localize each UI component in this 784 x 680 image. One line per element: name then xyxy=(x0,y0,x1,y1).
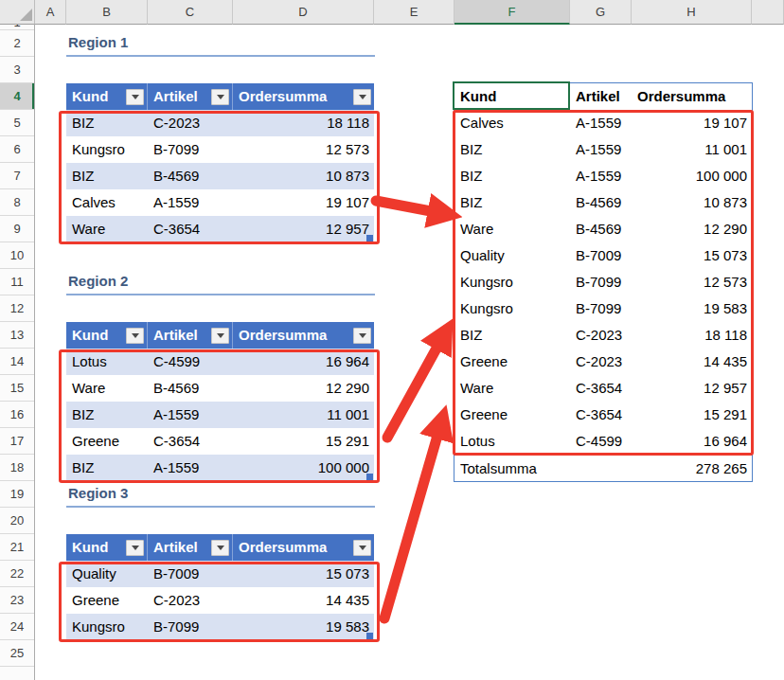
column-header-artikel[interactable]: Artikel xyxy=(148,83,233,110)
row-header-11[interactable]: 11 xyxy=(0,269,34,295)
table-cell[interactable]: BIZ xyxy=(454,189,570,216)
table-cell[interactable]: Ware xyxy=(454,216,570,242)
filter-dropdown-button[interactable] xyxy=(353,328,371,344)
table-cell[interactable]: Greene xyxy=(454,349,570,375)
column-header-artikel[interactable]: Artikel xyxy=(148,322,233,349)
row-header-25[interactable]: 25 xyxy=(0,640,34,667)
column-header-b[interactable]: B xyxy=(66,0,148,25)
column-header-g[interactable]: G xyxy=(570,0,632,25)
row-header-24[interactable]: 24 xyxy=(0,614,34,640)
row-header-4[interactable]: 4 xyxy=(0,83,34,110)
table-cell[interactable]: 11 001 xyxy=(632,136,752,163)
table-cell[interactable]: 18 118 xyxy=(632,322,752,349)
table-resize-handle[interactable] xyxy=(366,633,373,639)
table-cell[interactable]: 15 073 xyxy=(632,242,752,269)
row-header-5[interactable]: 5 xyxy=(0,110,34,136)
table-cell[interactable]: C-4599 xyxy=(148,349,233,375)
table-cell[interactable]: B-4569 xyxy=(570,216,632,242)
table-cell[interactable]: Greene xyxy=(454,402,570,428)
row-header-7[interactable]: 7 xyxy=(0,163,34,189)
column-header-e[interactable]: E xyxy=(374,0,454,25)
table-cell[interactable]: 19 107 xyxy=(632,110,752,136)
column-header-h[interactable]: H xyxy=(632,0,752,25)
table-cell[interactable]: 12 290 xyxy=(233,375,374,402)
table-cell[interactable]: 10 873 xyxy=(632,189,752,216)
table-cell[interactable]: Ware xyxy=(66,216,148,242)
table-cell[interactable]: 18 118 xyxy=(233,110,374,136)
table-cell[interactable]: Kungsro xyxy=(66,136,148,163)
filter-dropdown-button[interactable] xyxy=(211,89,229,105)
column-header-c[interactable]: C xyxy=(148,0,233,25)
table-cell[interactable]: BIZ xyxy=(454,136,570,163)
total-value-cell[interactable]: 278 265 xyxy=(632,456,752,482)
table-cell[interactable]: 12 957 xyxy=(233,216,374,242)
table-cell[interactable]: Greene xyxy=(66,587,148,614)
table-cell[interactable]: Lotus xyxy=(454,428,570,455)
table-cell[interactable]: B-4569 xyxy=(148,163,233,189)
table-cell[interactable]: Calves xyxy=(66,189,148,216)
table-cell[interactable]: Kungsro xyxy=(66,614,148,640)
row-header-3[interactable]: 3 xyxy=(0,57,34,83)
table-cell[interactable]: 10 873 xyxy=(233,163,374,189)
table-resize-handle[interactable] xyxy=(366,474,373,480)
table-cell[interactable]: 16 964 xyxy=(233,349,374,375)
total-label-cell[interactable]: Totalsumma xyxy=(454,456,632,482)
table-cell[interactable]: B-4569 xyxy=(570,189,632,216)
row-header-16[interactable]: 16 xyxy=(0,402,34,428)
column-header-ordersumma[interactable]: Ordersumma xyxy=(632,83,752,110)
row-header-20[interactable]: 20 xyxy=(0,508,34,534)
column-header-a[interactable]: A xyxy=(35,0,66,25)
table-cell[interactable]: B-7009 xyxy=(148,561,233,587)
table-cell[interactable]: C-2023 xyxy=(148,587,233,614)
table-cell[interactable]: 14 435 xyxy=(632,349,752,375)
row-header-2[interactable]: 2 xyxy=(0,30,34,57)
table-cell[interactable]: 15 073 xyxy=(233,561,374,587)
table-cell[interactable]: Kungsro xyxy=(454,295,570,322)
table-cell[interactable]: A-1559 xyxy=(148,455,233,481)
table-cell[interactable]: Calves xyxy=(454,110,570,136)
table-cell[interactable]: Ware xyxy=(66,375,148,402)
row-header-9[interactable]: 9 xyxy=(0,216,34,242)
column-header-partial[interactable] xyxy=(752,0,784,25)
filter-dropdown-button[interactable] xyxy=(126,540,144,556)
table-cell[interactable]: A-1559 xyxy=(570,136,632,163)
region-2-title[interactable]: Region 2 xyxy=(66,269,375,295)
column-header-d[interactable]: D xyxy=(233,0,374,25)
table-cell[interactable]: C-2023 xyxy=(570,322,632,349)
table-cell[interactable]: 100 000 xyxy=(632,163,752,189)
table-cell[interactable]: 12 573 xyxy=(632,269,752,295)
table-cell[interactable]: B-7099 xyxy=(570,269,632,295)
filter-dropdown-button[interactable] xyxy=(211,540,229,556)
row-header-19[interactable]: 19 xyxy=(0,481,34,508)
table-cell[interactable]: BIZ xyxy=(66,163,148,189)
table-cell[interactable]: Kungsro xyxy=(454,269,570,295)
table-cell[interactable]: Quality xyxy=(454,242,570,269)
table-cell[interactable]: BIZ xyxy=(454,163,570,189)
row-header-18[interactable]: 18 xyxy=(0,455,34,481)
row-header-10[interactable]: 10 xyxy=(0,242,34,269)
table-resize-handle[interactable] xyxy=(366,235,373,242)
row-header-13[interactable]: 13 xyxy=(0,322,34,349)
table-cell[interactable]: B-7099 xyxy=(148,614,233,640)
row-header-12[interactable]: 12 xyxy=(0,295,34,322)
row-header-8[interactable]: 8 xyxy=(0,189,34,216)
table-cell[interactable]: 12 957 xyxy=(632,375,752,402)
table-cell[interactable]: 19 583 xyxy=(233,614,374,640)
column-header-artikel[interactable]: Artikel xyxy=(148,534,233,561)
region-3-title[interactable]: Region 3 xyxy=(66,481,375,508)
table-cell[interactable]: C-3654 xyxy=(148,216,233,242)
table-cell[interactable]: C-2023 xyxy=(570,349,632,375)
filter-dropdown-button[interactable] xyxy=(211,328,229,344)
table-cell[interactable]: B-7099 xyxy=(570,295,632,322)
region-1-title[interactable]: Region 1 xyxy=(66,30,375,57)
column-header-kund[interactable]: Kund xyxy=(454,83,570,110)
table-cell[interactable]: B-7099 xyxy=(148,136,233,163)
table-cell[interactable]: BIZ xyxy=(66,110,148,136)
table-cell[interactable]: 100 000 xyxy=(233,455,374,481)
row-header-21[interactable]: 21 xyxy=(0,534,34,561)
table-cell[interactable]: BIZ xyxy=(66,402,148,428)
table-cell[interactable]: B-7009 xyxy=(570,242,632,269)
table-cell[interactable]: 19 107 xyxy=(233,189,374,216)
table-cell[interactable]: A-1559 xyxy=(148,402,233,428)
filter-dropdown-button[interactable] xyxy=(353,89,371,105)
